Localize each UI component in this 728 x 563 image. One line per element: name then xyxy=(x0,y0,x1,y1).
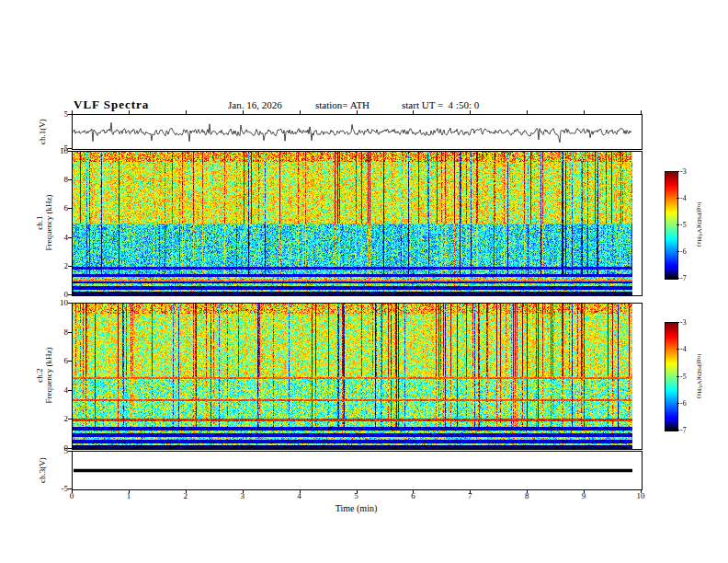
colorbar-ch2-label: log(PSD)(V²/Hz) xyxy=(694,322,705,430)
y-tick-label: 5 xyxy=(48,446,68,455)
x-tick-mark-top xyxy=(470,110,471,114)
colorbar-tick-mark xyxy=(677,322,679,323)
y-tick-label: 6 xyxy=(48,356,68,365)
x-tick-mark xyxy=(300,489,301,493)
colorbar-tick-label: -7 xyxy=(680,274,695,282)
colorbar-ch1 xyxy=(665,171,678,280)
x-tick-mark xyxy=(243,489,244,493)
x-tick-mark-top xyxy=(527,110,528,114)
colorbar-tick-label: -3 xyxy=(680,167,695,176)
y-tick-mark xyxy=(68,332,72,333)
x-tick-mark-top xyxy=(72,110,73,114)
y-tick-mark xyxy=(68,451,72,452)
colorbar-tick-mark xyxy=(677,171,679,172)
y-tick-mark xyxy=(68,361,72,362)
x-tick-mark xyxy=(186,489,187,493)
colorbar-tick-label: -4 xyxy=(680,194,695,202)
panel-ch1-waveform xyxy=(72,114,643,150)
figure-station: station= ATH xyxy=(315,99,370,110)
colorbar-tick-mark xyxy=(677,278,679,279)
colorbar-ch1-canvas xyxy=(665,172,677,279)
colorbar-tick-label: -5 xyxy=(680,373,695,381)
x-tick-mark-top xyxy=(129,110,130,114)
x-tick-mark-top xyxy=(186,110,187,114)
xaxis-label: Time (min) xyxy=(315,503,398,513)
ylabel-ch2-channel-text: ch.2 xyxy=(35,347,44,403)
ch1-spectrogram-canvas xyxy=(73,152,642,295)
y-tick-label: -5 xyxy=(48,484,68,493)
ch2-spectrogram-canvas xyxy=(73,304,642,449)
y-tick-mark xyxy=(68,448,72,449)
x-tick-mark xyxy=(584,489,585,493)
figure-start-ut: start UT = 4 :50: 0 xyxy=(402,99,479,110)
colorbar-tick-label: -4 xyxy=(680,345,695,353)
y-tick-label: 2 xyxy=(48,261,68,270)
x-tick-mark-top xyxy=(641,110,642,114)
y-tick-mark xyxy=(68,151,72,152)
x-tick-mark xyxy=(470,489,471,493)
y-tick-mark xyxy=(68,148,72,149)
colorbar-tick-label: -3 xyxy=(680,318,695,327)
figure-date: Jan. 16, 2026 xyxy=(228,99,282,110)
ylabel-ch2-frequency: ch.2 Frequency (kHz) xyxy=(33,303,55,448)
y-tick-mark xyxy=(68,208,72,209)
ylabel-ch1-channel-text: ch.1 xyxy=(35,194,44,250)
colorbar-tick-mark xyxy=(677,251,679,252)
colorbar-tick-label: -5 xyxy=(680,221,695,229)
x-tick-mark xyxy=(413,489,414,493)
y-tick-label: 2 xyxy=(48,414,68,423)
x-tick-mark-top xyxy=(584,110,585,114)
vlf-spectra-figure: VLF Spectra Jan. 16, 2026 station= ATH s… xyxy=(0,0,728,563)
colorbar-tick-mark xyxy=(677,403,679,404)
colorbar-ch2-label-text: log(PSD)(V²/Hz) xyxy=(696,353,703,397)
y-tick-mark xyxy=(68,390,72,391)
x-tick-mark-top xyxy=(300,110,301,114)
colorbar-tick-label: -6 xyxy=(680,247,695,256)
y-tick-label: 8 xyxy=(48,327,68,337)
colorbar-tick-mark xyxy=(677,376,679,377)
x-tick-mark xyxy=(129,489,130,493)
colorbar-tick-label: -6 xyxy=(680,399,695,408)
y-tick-mark xyxy=(68,419,72,419)
ch3-waveform-canvas xyxy=(73,452,642,489)
y-tick-label: 4 xyxy=(48,233,68,242)
y-tick-label: 5 xyxy=(48,109,68,119)
y-tick-mark xyxy=(68,266,72,267)
colorbar-ch2 xyxy=(665,322,678,431)
x-tick-mark xyxy=(527,489,528,493)
figure-title: VLF Spectra xyxy=(74,98,149,112)
y-tick-mark xyxy=(68,488,72,489)
ylabel-ch1-voltage-text: ch.1(V) xyxy=(38,119,47,144)
panel-ch1-spectrogram xyxy=(72,151,643,296)
y-tick-label: 10 xyxy=(48,146,68,155)
y-tick-mark xyxy=(68,114,72,115)
x-tick-mark xyxy=(72,489,73,493)
ylabel-ch3-voltage: ch.3(V) xyxy=(31,451,53,488)
y-tick-label: 10 xyxy=(48,298,68,307)
ylabel-ch1-frequency: ch.1 Frequency (kHz) xyxy=(33,151,55,294)
colorbar-ch2-canvas xyxy=(665,323,677,431)
y-tick-label: 6 xyxy=(48,203,68,213)
x-tick-mark-top xyxy=(357,110,358,114)
colorbar-tick-mark xyxy=(677,349,679,350)
colorbar-ch1-label-text: log(PSD)(V²/Hz) xyxy=(696,202,703,247)
ch1-waveform-canvas xyxy=(73,115,642,149)
y-tick-mark xyxy=(68,303,72,304)
colorbar-ch1-label: log(PSD)(V²/Hz) xyxy=(694,171,705,278)
colorbar-tick-mark xyxy=(677,198,679,199)
ylabel-ch3-voltage-text: ch.3(V) xyxy=(38,457,47,483)
y-tick-mark xyxy=(68,179,72,180)
panel-ch2-spectrogram xyxy=(72,303,643,450)
y-tick-label: 4 xyxy=(48,385,68,395)
colorbar-tick-mark xyxy=(677,224,679,225)
x-tick-mark xyxy=(641,489,642,493)
y-tick-label: 8 xyxy=(48,175,68,184)
panel-ch3-waveform xyxy=(72,451,643,490)
colorbar-tick-label: -7 xyxy=(680,426,695,434)
y-tick-mark xyxy=(68,237,72,238)
y-tick-mark xyxy=(68,294,72,295)
x-tick-mark-top xyxy=(413,110,414,114)
x-tick-mark xyxy=(357,489,358,493)
colorbar-tick-mark xyxy=(677,430,679,431)
x-tick-mark-top xyxy=(243,110,244,114)
